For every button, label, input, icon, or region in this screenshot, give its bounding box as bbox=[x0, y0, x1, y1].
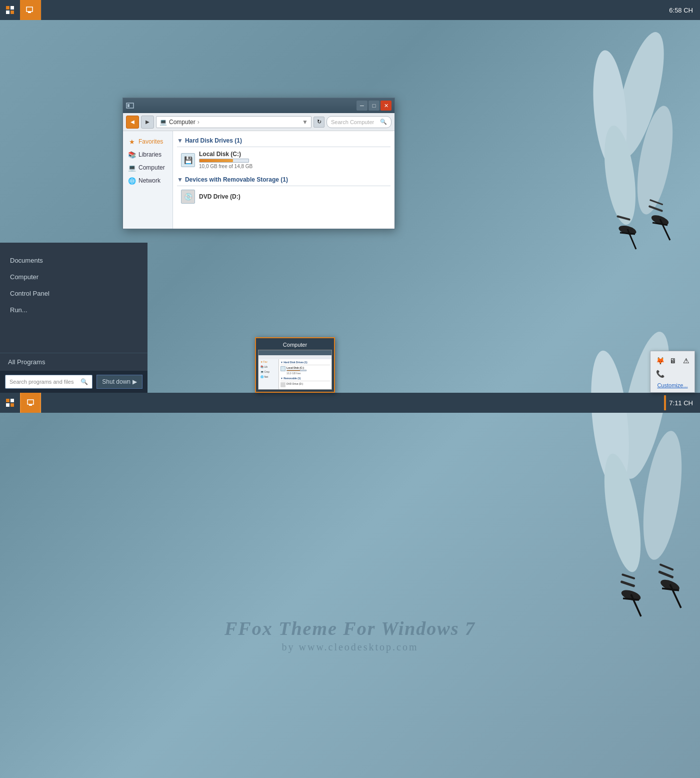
start-menu-item-run[interactable]: Run... bbox=[0, 302, 148, 318]
address-bar[interactable]: 💻 Computer › ▼ bbox=[156, 116, 312, 128]
expand-arrow: ▼ bbox=[177, 137, 183, 144]
back-button[interactable]: ◄ bbox=[126, 116, 139, 129]
explorer-title-icon bbox=[126, 102, 134, 110]
start-menu-item-documents[interactable]: Documents bbox=[0, 253, 148, 268]
shutdown-label: Shut down bbox=[102, 378, 130, 385]
removable-section-header: ▼ Devices with Removable Storage (1) bbox=[177, 174, 390, 184]
desktop: 6:58 CH ─ □ ✕ bbox=[0, 0, 700, 778]
sidebar-item-network[interactable]: 🌐 Network bbox=[123, 174, 172, 187]
shutdown-arrow: ▶ bbox=[132, 378, 137, 385]
start-menu-footer: Search programs and files 🔍 Shut down ▶ bbox=[0, 371, 148, 393]
taskbar-task-item-top[interactable] bbox=[20, 0, 41, 20]
start-search-box[interactable]: Search programs and files 🔍 bbox=[5, 375, 92, 389]
start-search-icon: 🔍 bbox=[80, 378, 88, 385]
sidebar-label-libraries: Libraries bbox=[138, 151, 162, 158]
thumbnail-preview[interactable]: Computer ★ Fav 📚 Lib 💻 Cmp 🌐 Net ▼ Hard … bbox=[255, 337, 335, 393]
search-icon: 🔍 bbox=[380, 119, 387, 125]
all-programs-button[interactable]: All Programs bbox=[0, 353, 148, 371]
search-box[interactable]: Search Computer 🔍 bbox=[326, 116, 392, 128]
systray-popup: 🦊 🖥 ⚠ 📞 Customize... bbox=[650, 351, 695, 393]
sidebar-item-favorites[interactable]: ★ Favorites bbox=[123, 135, 172, 148]
favorites-icon: ★ bbox=[128, 138, 136, 146]
local-disk-bar-fill bbox=[200, 159, 233, 162]
run-label: Run... bbox=[10, 306, 28, 314]
address-dropdown[interactable]: ▼ bbox=[302, 119, 308, 126]
thumbnail-title: Computer bbox=[258, 340, 332, 350]
dvd-drive-info: DVD Drive (D:) bbox=[199, 193, 386, 200]
network-icon: 🌐 bbox=[128, 177, 136, 185]
start-search-placeholder: Search programs and files bbox=[10, 379, 74, 385]
computer-icon-sidebar: 💻 bbox=[128, 164, 136, 172]
hard-disk-section-header: ▼ Hard Disk Drives (1) bbox=[177, 135, 390, 145]
refresh-button[interactable]: ↻ bbox=[314, 117, 324, 128]
section-divider-1 bbox=[177, 147, 390, 147]
svg-rect-24 bbox=[10, 403, 14, 407]
explorer-content: ▼ Hard Disk Drives (1) 💾 Local Disk (C:)… bbox=[173, 131, 394, 229]
start-button-bottom[interactable] bbox=[0, 393, 20, 413]
watermark-title: FFox Theme For Windows 7 bbox=[0, 617, 700, 639]
dvd-drive-icon: 💿 bbox=[181, 190, 195, 204]
sidebar-label-computer: Computer bbox=[138, 164, 165, 171]
svg-rect-20 bbox=[128, 104, 130, 107]
local-disk-icon: 💾 bbox=[181, 153, 195, 167]
explorer-toolbar: ◄ ► 💻 Computer › ▼ ↻ Search Computer 🔍 bbox=[123, 113, 394, 131]
svg-rect-0 bbox=[6, 6, 10, 10]
taskbar-bottom: 7:11 CH bbox=[0, 393, 700, 413]
watermark: FFox Theme For Windows 7 by www.cleodesk… bbox=[0, 617, 700, 653]
dvd-drive-item[interactable]: 💿 DVD Drive (D:) bbox=[177, 188, 390, 206]
start-menu-item-computer[interactable]: Computer bbox=[0, 269, 148, 285]
svg-rect-23 bbox=[6, 403, 10, 407]
sidebar-item-libraries[interactable]: 📚 Libraries bbox=[123, 148, 172, 161]
shutdown-button[interactable]: Shut down ▶ bbox=[96, 375, 142, 389]
close-button[interactable]: ✕ bbox=[380, 101, 392, 111]
local-disk-name: Local Disk (C:) bbox=[199, 151, 386, 158]
start-button-top[interactable] bbox=[0, 0, 20, 20]
clock-time: 7:11 CH bbox=[669, 399, 693, 407]
watermark-subtitle: by www.cleodesktop.com bbox=[0, 641, 700, 653]
taskbar-empty-slot-top bbox=[41, 0, 81, 20]
control-panel-label: Control Panel bbox=[10, 290, 50, 297]
svg-rect-5 bbox=[28, 12, 31, 13]
libraries-icon: 📚 bbox=[128, 151, 136, 159]
sidebar-label-network: Network bbox=[138, 177, 160, 184]
systray-icon-3[interactable]: ⚠ bbox=[680, 355, 692, 366]
systray-icon-2[interactable]: 🖥 bbox=[668, 355, 678, 366]
dvd-drive-name: DVD Drive (D:) bbox=[199, 193, 386, 200]
start-menu: Documents Computer Control Panel Run... … bbox=[0, 243, 148, 393]
thumbnail-image: ★ Fav 📚 Lib 💻 Cmp 🌐 Net ▼ Hard Disk Driv… bbox=[258, 350, 332, 390]
svg-rect-1 bbox=[10, 6, 14, 10]
svg-rect-2 bbox=[6, 11, 10, 14]
systray-icons-grid: 🦊 🖥 ⚠ 📞 bbox=[654, 355, 690, 379]
taskbar-top: 6:58 CH bbox=[0, 0, 700, 20]
explorer-window: ─ □ ✕ ◄ ► 💻 Computer › ▼ ↻ Search Comput… bbox=[122, 98, 395, 229]
explorer-titlebar: ─ □ ✕ bbox=[123, 98, 394, 113]
documents-label: Documents bbox=[10, 257, 43, 264]
clock-orange-bar bbox=[664, 395, 666, 410]
maximize-button[interactable]: □ bbox=[368, 101, 380, 111]
svg-rect-21 bbox=[6, 399, 10, 402]
address-chevron: › bbox=[198, 119, 200, 126]
forward-button[interactable]: ► bbox=[141, 116, 154, 129]
clock-bottom: 7:11 CH bbox=[664, 395, 700, 410]
expand-arrow-2: ▼ bbox=[177, 176, 183, 183]
computer-label: Computer bbox=[10, 273, 38, 281]
local-disk-item[interactable]: 💾 Local Disk (C:) 10,0 GB free of 14,8 G… bbox=[177, 149, 390, 171]
window-controls: ─ □ ✕ bbox=[356, 101, 392, 111]
svg-rect-4 bbox=[26, 7, 32, 12]
svg-rect-3 bbox=[10, 11, 14, 14]
start-menu-item-control-panel[interactable]: Control Panel bbox=[0, 286, 148, 301]
systray-icon-4[interactable]: 📞 bbox=[654, 368, 666, 379]
section-divider-2 bbox=[177, 186, 390, 186]
minimize-button[interactable]: ─ bbox=[356, 101, 368, 111]
systray-icon-1[interactable]: 🦊 bbox=[654, 355, 666, 366]
all-programs-label: All Programs bbox=[8, 358, 45, 366]
svg-rect-25 bbox=[28, 400, 34, 404]
local-disk-bar-wrap bbox=[199, 159, 249, 163]
explorer-body: ★ Favorites 📚 Libraries 💻 Computer 🌐 Net… bbox=[123, 131, 394, 229]
clock-top: 6:58 CH bbox=[669, 7, 700, 14]
taskbar-task-item-bottom[interactable] bbox=[20, 393, 41, 413]
sidebar-item-computer[interactable]: 💻 Computer bbox=[123, 161, 172, 174]
start-menu-items: Documents Computer Control Panel Run... bbox=[0, 243, 148, 353]
search-placeholder: Search Computer bbox=[331, 119, 374, 125]
systray-customize-button[interactable]: Customize... bbox=[654, 382, 690, 388]
